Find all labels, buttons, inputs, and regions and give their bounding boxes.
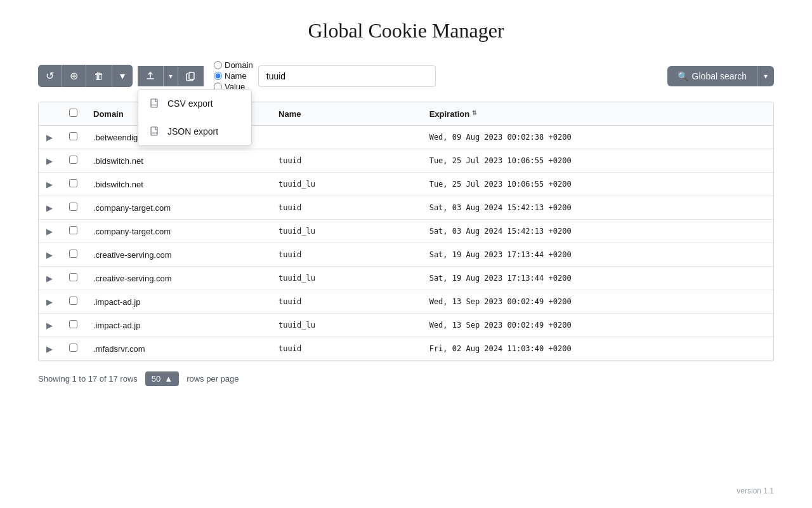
row-domain-4: .company-target.com xyxy=(86,220,271,243)
csv-file-icon: CSV xyxy=(150,98,160,109)
delete-dropdown-button[interactable]: ▾ xyxy=(112,65,133,87)
svg-text:JSON: JSON xyxy=(152,132,158,135)
radio-domain[interactable] xyxy=(214,61,222,69)
row-name-5: tuuid xyxy=(271,243,422,267)
row-name-7: tuuid xyxy=(271,290,422,314)
row-expiration-4: Sat, 03 Aug 2024 15:42:13 +0200 xyxy=(422,220,773,243)
row-checkbox-0[interactable] xyxy=(69,132,77,140)
page-title: Global Cookie Manager xyxy=(38,19,774,43)
row-expiration-2: Tue, 25 Jul 2023 10:06:55 +0200 xyxy=(422,173,773,196)
row-expand-1[interactable]: ▶ xyxy=(39,149,60,173)
row-expand-4[interactable]: ▶ xyxy=(39,220,60,243)
json-export-item[interactable]: JSON JSON export xyxy=(138,117,251,145)
json-file-icon: JSON xyxy=(150,126,160,137)
row-expiration-8: Wed, 13 Sep 2023 00:02:49 +0200 xyxy=(422,314,773,337)
table-row: ▶.impact-ad.jptuuid_luWed, 13 Sep 2023 0… xyxy=(39,314,773,337)
row-expand-5[interactable]: ▶ xyxy=(39,243,60,267)
th-expiration: Expiration ⇅ xyxy=(422,102,773,126)
export-dropdown-trigger[interactable]: ▾ xyxy=(164,67,178,86)
row-domain-2: .bidswitch.net xyxy=(86,173,271,196)
row-expand-0[interactable]: ▶ xyxy=(39,126,60,149)
row-name-0 xyxy=(271,126,422,149)
row-checkbox-6[interactable] xyxy=(69,273,77,281)
row-checkbox-cell-5 xyxy=(60,243,86,267)
row-checkbox-3[interactable] xyxy=(69,203,77,211)
toolbar: ↺ ⊕ 🗑 ▾ ▾ xyxy=(38,60,774,91)
row-checkbox-5[interactable] xyxy=(69,250,77,258)
showing-rows-text: Showing 1 to 17 of 17 rows xyxy=(38,374,138,384)
delete-button[interactable]: 🗑 xyxy=(86,65,112,87)
table-row: ▶.creative-serving.comtuuid_luSat, 19 Au… xyxy=(39,267,773,290)
action-button-group: ↺ ⊕ 🗑 ▾ xyxy=(38,65,133,87)
row-checkbox-2[interactable] xyxy=(69,179,77,187)
table-row: ▶.bidswitch.nettuuidTue, 25 Jul 2023 10:… xyxy=(39,149,773,173)
row-domain-7: .impact-ad.jp xyxy=(86,290,271,314)
th-expand xyxy=(39,102,60,126)
row-expand-3[interactable]: ▶ xyxy=(39,196,60,220)
expiration-sort-icon[interactable]: ⇅ xyxy=(472,111,477,116)
row-domain-5: .creative-serving.com xyxy=(86,243,271,267)
version-label: version 1.1 xyxy=(737,486,774,495)
row-expiration-0: Wed, 09 Aug 2023 00:02:38 +0200 xyxy=(422,126,773,149)
global-search-dropdown-button[interactable]: ▾ xyxy=(757,66,774,86)
rows-per-page-label: rows per page xyxy=(187,374,239,384)
rows-per-page-arrow: ▲ xyxy=(164,374,173,384)
row-name-2: tuuid_lu xyxy=(271,173,422,196)
radio-name[interactable] xyxy=(214,72,222,80)
row-expand-2[interactable]: ▶ xyxy=(39,173,60,196)
radio-domain-text: Domain xyxy=(225,60,253,70)
refresh-button[interactable]: ↺ xyxy=(38,65,62,87)
add-button[interactable]: ⊕ xyxy=(62,65,86,87)
table-row: ▶.company-target.comtuuidSat, 03 Aug 202… xyxy=(39,196,773,220)
row-checkbox-4[interactable] xyxy=(69,226,77,234)
row-checkbox-9[interactable] xyxy=(69,344,77,352)
csv-icon: CSV xyxy=(148,97,161,110)
row-domain-8: .impact-ad.jp xyxy=(86,314,271,337)
row-checkbox-1[interactable] xyxy=(69,156,77,164)
row-name-8: tuuid_lu xyxy=(271,314,422,337)
row-expiration-6: Sat, 19 Aug 2023 17:13:44 +0200 xyxy=(422,267,773,290)
row-checkbox-cell-6 xyxy=(60,267,86,290)
th-name-label: Name xyxy=(278,109,301,119)
csv-export-item[interactable]: CSV CSV export xyxy=(138,90,251,117)
global-search-label: Global search xyxy=(692,71,747,81)
row-checkbox-cell-0 xyxy=(60,126,86,149)
row-expand-6[interactable]: ▶ xyxy=(39,267,60,290)
row-domain-6: .creative-serving.com xyxy=(86,267,271,290)
json-icon: JSON xyxy=(148,125,161,138)
radio-domain-label[interactable]: Domain xyxy=(214,60,253,70)
th-expiration-label: Expiration xyxy=(429,109,470,119)
row-expand-8[interactable]: ▶ xyxy=(39,314,60,337)
row-checkbox-cell-8 xyxy=(60,314,86,337)
search-filter-group: Domain Name Value xyxy=(214,60,253,91)
clipboard-button[interactable] xyxy=(178,66,204,86)
select-all-checkbox[interactable] xyxy=(69,109,77,117)
row-checkbox-cell-4 xyxy=(60,220,86,243)
table-footer: Showing 1 to 17 of 17 rows 50 ▲ rows per… xyxy=(38,371,774,386)
csv-export-label: CSV export xyxy=(167,98,213,109)
radio-name-label[interactable]: Name xyxy=(214,71,253,81)
global-search-container: 🔍 Global search ▾ xyxy=(667,66,774,86)
table-row: ▶.company-target.comtuuid_luSat, 03 Aug … xyxy=(39,220,773,243)
search-input[interactable]: tuuid xyxy=(258,65,436,87)
row-expiration-5: Sat, 19 Aug 2023 17:13:44 +0200 xyxy=(422,243,773,267)
row-expiration-1: Tue, 25 Jul 2023 10:06:55 +0200 xyxy=(422,149,773,173)
row-checkbox-8[interactable] xyxy=(69,320,77,328)
row-name-1: tuuid xyxy=(271,149,422,173)
export-button[interactable] xyxy=(138,66,164,86)
row-expand-9[interactable]: ▶ xyxy=(39,337,60,361)
row-checkbox-cell-2 xyxy=(60,173,86,196)
row-domain-9: .mfadsrvr.com xyxy=(86,337,271,361)
search-input-container: tuuid xyxy=(258,65,436,87)
global-search-button[interactable]: 🔍 Global search xyxy=(667,66,757,86)
row-checkbox-cell-9 xyxy=(60,337,86,361)
svg-rect-0 xyxy=(189,72,194,79)
row-expand-7[interactable]: ▶ xyxy=(39,290,60,314)
th-checkbox xyxy=(60,102,86,126)
row-expiration-7: Wed, 13 Sep 2023 00:02:49 +0200 xyxy=(422,290,773,314)
table-row: ▶.impact-ad.jptuuidWed, 13 Sep 2023 00:0… xyxy=(39,290,773,314)
json-export-label: JSON export xyxy=(167,126,218,137)
rows-per-page-selector[interactable]: 50 ▲ xyxy=(145,371,179,386)
row-domain-3: .company-target.com xyxy=(86,196,271,220)
row-checkbox-7[interactable] xyxy=(69,297,77,305)
